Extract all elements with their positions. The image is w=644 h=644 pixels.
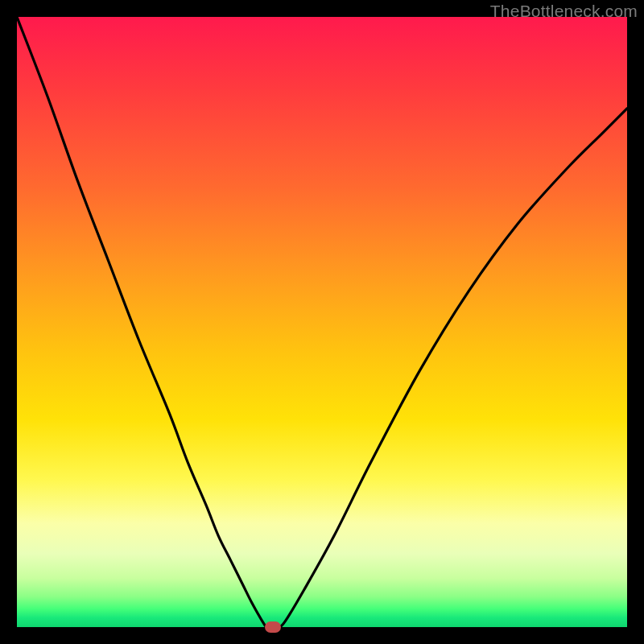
optimal-marker xyxy=(265,621,281,633)
plot-area xyxy=(17,17,627,627)
watermark-text: TheBottleneck.com xyxy=(490,2,638,21)
chart-frame: TheBottleneck.com xyxy=(0,0,644,644)
bottleneck-curve xyxy=(17,17,627,627)
